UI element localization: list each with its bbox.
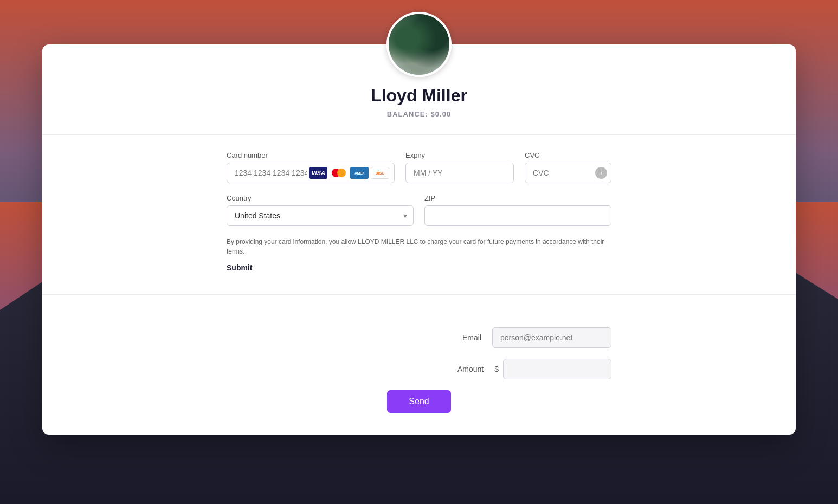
bottom-divider bbox=[42, 294, 796, 295]
country-select[interactable]: United States Canada United Kingdom Aust… bbox=[227, 205, 414, 226]
cvc-input-wrapper: i bbox=[525, 163, 611, 183]
dollar-sign: $ bbox=[494, 365, 499, 373]
card-row: Card number VISA AMEX DISC bbox=[227, 151, 611, 183]
card-number-label: Card number bbox=[227, 151, 395, 159]
email-input[interactable] bbox=[492, 327, 611, 348]
expiry-label: Expiry bbox=[405, 151, 514, 159]
zip-input[interactable]: 90210 bbox=[424, 205, 611, 226]
country-select-wrapper: United States Canada United Kingdom Aust… bbox=[227, 205, 414, 226]
visa-icon: VISA bbox=[309, 167, 327, 179]
card-number-group: Card number VISA AMEX DISC bbox=[227, 151, 395, 183]
send-button[interactable]: Send bbox=[387, 390, 450, 413]
balance-label: BALANCE: $0.00 bbox=[42, 110, 796, 118]
card-icons: VISA AMEX DISC bbox=[309, 167, 389, 179]
payment-form-section: Email Amount $ 3.00 Send bbox=[42, 311, 796, 413]
submit-button[interactable]: Submit bbox=[227, 263, 252, 272]
country-zip-row: Country United States Canada United King… bbox=[227, 194, 611, 226]
avatar-wrapper bbox=[42, 12, 796, 77]
modal-container: Lloyd Miller BALANCE: $0.00 Card number … bbox=[42, 44, 796, 435]
email-label: Email bbox=[449, 333, 481, 342]
country-group: Country United States Canada United King… bbox=[227, 194, 414, 226]
top-divider bbox=[42, 134, 796, 135]
card-form-section: Card number VISA AMEX DISC bbox=[42, 151, 796, 273]
amex-icon: AMEX bbox=[350, 167, 369, 179]
amount-input[interactable]: 3.00 bbox=[503, 359, 611, 379]
amount-row: Amount $ 3.00 bbox=[227, 359, 611, 379]
mastercard-icon bbox=[330, 167, 348, 179]
cvc-label: CVC bbox=[525, 151, 611, 159]
zip-label: ZIP bbox=[424, 194, 611, 202]
expiry-group: Expiry bbox=[405, 151, 514, 183]
cvc-icon: i bbox=[595, 167, 607, 179]
amount-wrapper: $ 3.00 bbox=[494, 359, 611, 379]
discover-icon: DISC bbox=[371, 167, 389, 179]
email-row: Email bbox=[227, 327, 611, 348]
country-label: Country bbox=[227, 194, 414, 202]
cvc-group: CVC i bbox=[525, 151, 611, 183]
avatar bbox=[386, 12, 452, 77]
amount-label: Amount bbox=[451, 365, 484, 373]
avatar-image bbox=[389, 14, 449, 75]
disclaimer-text: By providing your card information, you … bbox=[227, 237, 611, 256]
zip-group: ZIP 90210 bbox=[424, 194, 611, 226]
expiry-input[interactable] bbox=[405, 163, 514, 183]
user-name: Lloyd Miller bbox=[42, 86, 796, 106]
card-number-input-wrapper: VISA AMEX DISC bbox=[227, 163, 395, 183]
